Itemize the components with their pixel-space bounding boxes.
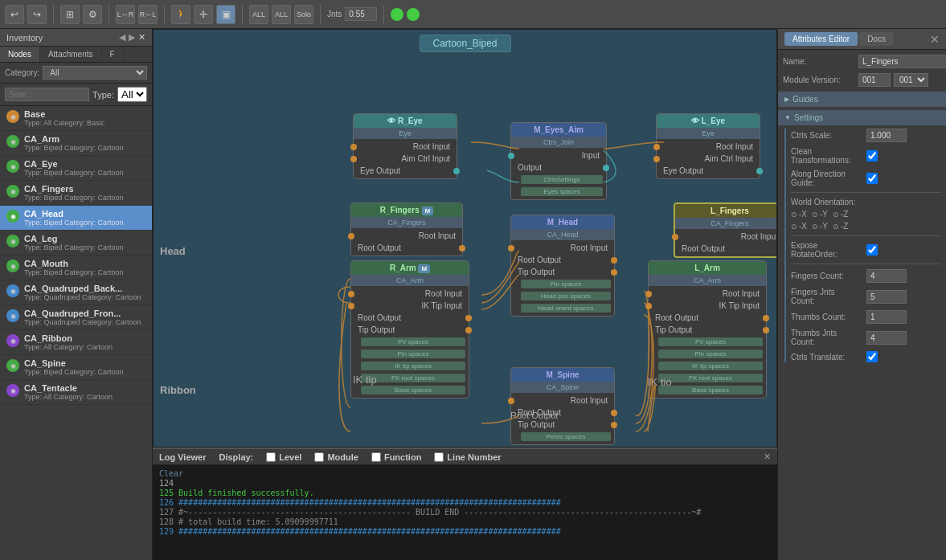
list-item-ca-mouth[interactable]: ◉ CA_Mouth Type: Biped Category: Cartoon	[0, 255, 152, 280]
tab-nodes[interactable]: Nodes	[0, 47, 40, 62]
category-select[interactable]: All	[43, 66, 147, 80]
l-arm-port-l2	[645, 303, 652, 309]
radio-y-neg-1[interactable]: ⊙-Y	[812, 210, 828, 219]
attr-panel-close-button[interactable]: ✕	[930, 33, 940, 46]
all2-button[interactable]: ALL	[272, 5, 291, 24]
list-item-ca-ribbon[interactable]: ◉ CA_Ribbon Type: All Category: Cartoon	[0, 330, 152, 355]
m-head-port-root-output: Root Output	[511, 254, 614, 266]
attr-module-version-input[interactable]	[858, 73, 891, 87]
radio-x-2[interactable]: ⊙-X	[791, 222, 807, 231]
solo-button[interactable]: Solo	[294, 5, 313, 24]
list-item-ca-eye[interactable]: ◉ CA_Eye Type: Biped Category: Cartoon	[0, 156, 152, 181]
inventory-nav-left[interactable]: ◀	[119, 32, 125, 43]
mirror-rl-button[interactable]: R↔L	[138, 5, 158, 24]
list-item-ca-spine[interactable]: ◉ CA_Spine Type: Biped Category: Cartoon	[0, 355, 152, 380]
list-item-ca-arm[interactable]: ◉ CA_Arm Type: Biped Category: Cartoon	[0, 131, 152, 156]
node-name-ca-tentacle: CA_Tentacle	[24, 383, 145, 393]
figure-button[interactable]: 🚶	[171, 5, 190, 24]
node-l-fingers[interactable]: L_Fingers CA_Fingers Root Input Root Out…	[674, 202, 777, 258]
radio-z-neg-1[interactable]: ⊙-Z	[833, 210, 848, 219]
attr-clean-transformations-field: CleanTransformations:	[791, 147, 941, 165]
attr-clean-transformations-checkbox[interactable]	[866, 150, 878, 161]
attr-ctrls-translate-checkbox[interactable]	[866, 351, 878, 362]
m-eyes-body: Input Output CtrlsSettings Eyes spaces	[511, 148, 606, 199]
attr-tab-attributes[interactable]: Attributes Editor	[784, 32, 858, 46]
log-line-129: 129 ####################################…	[159, 527, 771, 536]
attr-module-version-select[interactable]: 001	[894, 73, 928, 87]
list-item-ca-leg[interactable]: ◉ CA_Leg Type: Biped Category: Cartoon	[0, 231, 152, 255]
list-item-ca-quadruped-back[interactable]: ◉ CA_Quadruped_Back... Type: Quadruped C…	[0, 280, 152, 305]
type-select[interactable]: All	[117, 87, 147, 102]
r-arm-port-tip-output: Tip Output	[351, 324, 469, 336]
log-option-function[interactable]: Function	[371, 452, 421, 462]
node-r-fingers[interactable]: R_Fingers M CA_Fingers Root Input Root O…	[350, 202, 463, 256]
attr-along-direction-checkbox[interactable]	[866, 173, 878, 184]
log-option-level[interactable]: Level	[266, 452, 301, 462]
attr-thumbs-jnts-count-input[interactable]	[866, 331, 907, 345]
log-option-module[interactable]: Module	[314, 452, 358, 462]
select-button[interactable]: ▣	[216, 5, 235, 24]
list-item-ca-fingers[interactable]: ◉ CA_Fingers Type: Biped Category: Carto…	[0, 181, 152, 206]
r-fingers-port-root-output: Root Output	[351, 242, 462, 254]
orientation-row-2: ⊙-X ⊙-Y ⊙-Z	[791, 222, 941, 231]
move-button[interactable]: ✛	[194, 5, 213, 24]
jnts-input[interactable]	[345, 7, 377, 21]
all-button[interactable]: ALL	[249, 5, 268, 24]
log-level-checkbox[interactable]	[266, 452, 276, 462]
m-head-sub: CA_Head	[511, 229, 614, 240]
radio-z-2[interactable]: ⊙-Z	[833, 222, 848, 231]
attr-ctrls-scale-label: Ctrls Scale:	[791, 131, 863, 140]
log-module-checkbox[interactable]	[314, 452, 324, 462]
panel-tabs: Nodes Attachments F	[0, 47, 152, 63]
node-m-spine[interactable]: M_Spine CA_Spine Root Input Root Output …	[510, 367, 615, 445]
settings-button[interactable]: ⚙	[83, 5, 102, 24]
node-r-eye[interactable]: 👁 R_Eye Eye Root Input Aim Ctrl Input Ey…	[353, 113, 457, 179]
r-arm-port-root-output: Root Output	[351, 312, 469, 324]
radio-icon-3: ⊙	[833, 211, 839, 219]
orientation-row-1: ⊙-X ⊙-Y ⊙-Z	[791, 210, 941, 219]
node-editor[interactable]: Cartoon_Biped	[153, 29, 777, 448]
m-eyes-header: M_Eyes_Aim	[511, 123, 606, 137]
attr-fingers-jnts-count-input[interactable]	[866, 290, 907, 304]
tab-attachments[interactable]: Attachments	[40, 47, 102, 62]
attr-name-input[interactable]	[858, 55, 946, 68]
log-linenumber-checkbox[interactable]	[434, 452, 444, 462]
log-function-checkbox[interactable]	[371, 452, 381, 462]
tab-f[interactable]: F	[102, 47, 124, 62]
attr-section-settings[interactable]: ▼ Settings	[778, 110, 946, 125]
inventory-nav-right[interactable]: ▶	[129, 32, 135, 43]
search-input[interactable]	[5, 88, 89, 101]
log-option-display: Display:	[219, 452, 253, 462]
r-arm-port-l2	[348, 303, 354, 309]
radio-y-2[interactable]: ⊙-Y	[812, 222, 828, 231]
log-option-linenumber[interactable]: Line Number	[434, 452, 501, 462]
list-item-ca-tentacle[interactable]: ◉ CA_Tentacle Type: All Category: Cartoo…	[0, 380, 152, 405]
undo-button[interactable]: ↩	[5, 5, 24, 24]
r-eye-port-root-input: Root Input	[354, 141, 457, 153]
list-item-ca-head[interactable]: ◉ CA_Head Type: Biped Category: Cartoon	[0, 206, 152, 231]
log-close-button[interactable]: ✕	[764, 452, 771, 462]
node-name-ca-arm: CA_Arm	[24, 134, 145, 144]
attr-tab-docs[interactable]: Docs	[859, 32, 894, 46]
attr-section-guides[interactable]: ▶ Guides	[778, 92, 946, 107]
l-arm-header: L_Arm	[649, 261, 766, 275]
attr-fingers-count-input[interactable]	[866, 269, 907, 283]
attr-expose-rotate-order-checkbox[interactable]	[866, 244, 878, 255]
node-m-head[interactable]: M_Head CA_Head Root Input Root Output Ti…	[510, 215, 615, 317]
node-m-eyes-aim[interactable]: M_Eyes_Aim Ctrs_Join Input Output CtrlsS…	[510, 122, 607, 200]
log-viewer-title: Log Viewer	[159, 452, 206, 462]
redo-button[interactable]: ↪	[27, 5, 47, 24]
m-spine-pelvis-spaces: Pelvis spaces	[521, 432, 611, 441]
clear-button[interactable]: Clear	[159, 469, 183, 478]
node-l-eye[interactable]: 👁 L_Eye Eye Root Input Aim Ctrl Input Ey…	[656, 113, 760, 179]
inventory-close-button[interactable]: ✕	[138, 32, 145, 43]
layout-button[interactable]: ⊞	[60, 5, 80, 24]
attr-thumbs-count-input[interactable]	[866, 310, 907, 324]
left-panel: Inventory ◀ ▶ ✕ Nodes Attachments F Cate…	[0, 29, 153, 560]
mirror-lr-button[interactable]: L↔R	[116, 5, 135, 24]
radio-x-neg-1[interactable]: ⊙-X	[791, 210, 807, 219]
attr-ctrls-scale-input[interactable]	[866, 129, 907, 142]
l-fingers-sub: CA_Fingers	[675, 218, 777, 229]
list-item-ca-quadruped-front[interactable]: ◉ CA_Quadruped_Fron... Type: Quadruped C…	[0, 305, 152, 330]
list-item-base[interactable]: ◉ Base Type: All Category: Basic	[0, 106, 152, 131]
